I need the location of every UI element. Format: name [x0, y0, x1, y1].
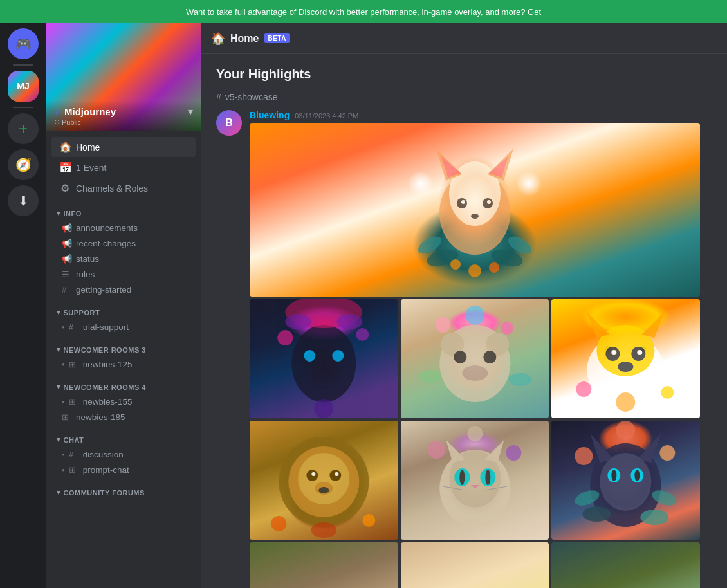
- svg-point-69: [485, 470, 490, 485]
- nav-events-label: 1 Event: [76, 163, 106, 173]
- channel-label: trial-support: [83, 322, 129, 332]
- nav-item-home[interactable]: 🏠 Home: [51, 137, 196, 157]
- download-apps-button[interactable]: ⬇: [8, 185, 39, 216]
- svg-point-25: [356, 328, 369, 341]
- image-bear[interactable]: [401, 299, 549, 418]
- section-label: INFO: [64, 210, 82, 217]
- channel-label: newbies-185: [76, 412, 125, 422]
- svg-point-87: [583, 506, 611, 522]
- channel-label: rules: [76, 270, 95, 279]
- main-content: 🏠 Home BETA Your Highlights # v5-showcas…: [201, 23, 727, 588]
- section-collapse-icon-3: ▾: [57, 345, 61, 354]
- channel-tag[interactable]: # v5-showcase: [216, 92, 712, 102]
- server-dropdown-button[interactable]: ▾: [188, 106, 193, 118]
- channel-label: newbies-125: [83, 360, 133, 369]
- image-grid-third-row: [250, 421, 700, 540]
- svg-point-19: [304, 350, 315, 362]
- svg-point-24: [277, 330, 293, 345]
- channel-label: getting-started: [76, 285, 131, 295]
- server-nav: 🏠 Home 📅 1 Event ⚙ Channels & Roles ▾ IN…: [46, 131, 201, 588]
- svg-point-31: [483, 351, 496, 363]
- image-grid-fourth-row: [250, 542, 700, 588]
- image-lion[interactable]: [250, 421, 398, 540]
- svg-point-82: [612, 470, 617, 481]
- image-panther[interactable]: [250, 299, 398, 418]
- channels-nav-icon: ⚙: [59, 182, 71, 194]
- section-header-chat[interactable]: ▾ CHAT: [46, 425, 201, 446]
- list-icon: ☰: [62, 270, 72, 279]
- channel-newbies-185[interactable]: ⊞ newbies-185: [51, 410, 196, 425]
- section-label-support: SUPPORT: [64, 309, 100, 317]
- top-banner: Want to take full advantage of Discord w…: [0, 0, 727, 23]
- bullet-icon-3: ●: [62, 399, 65, 405]
- explore-servers-button[interactable]: 🧭: [8, 149, 39, 180]
- section-header-community[interactable]: ▾ COMMUNITY FORUMS: [46, 478, 201, 499]
- section-header-support[interactable]: ▾ SUPPORT: [46, 298, 201, 319]
- channel-getting-started[interactable]: # getting-started: [51, 282, 196, 297]
- nav-item-events[interactable]: 📅 1 Event: [51, 158, 196, 178]
- svg-point-56: [335, 472, 338, 476]
- section-label-newcomer4: NEWCOMER ROOMS 4: [64, 383, 146, 391]
- avatar: B: [216, 110, 242, 136]
- channel-label: status: [76, 254, 99, 264]
- section-header-newcomer3[interactable]: ▾ NEWCOMER ROOMS 3: [46, 335, 201, 356]
- svg-point-10: [471, 214, 479, 219]
- hash-icon: #: [62, 285, 72, 295]
- message-header: Bluewing 03/11/2023 4:42 PM: [250, 110, 712, 120]
- image-row4-2[interactable]: [401, 542, 549, 588]
- midjourney-server-icon[interactable]: MJ: [8, 71, 39, 102]
- image-wolf[interactable]: [551, 421, 700, 540]
- channel-discussion[interactable]: ● # discussion: [51, 447, 196, 462]
- public-icon: ⊙: [54, 118, 60, 126]
- channel-rules[interactable]: ☰ rules: [51, 267, 196, 282]
- forum-hash-icon: ⊞: [69, 360, 79, 369]
- svg-point-37: [508, 373, 531, 386]
- forum-hash-icon-2: ⊞: [69, 397, 79, 407]
- svg-point-58: [318, 487, 329, 493]
- megaphone-icon-2: 📢: [62, 239, 72, 248]
- channel-newbies-125[interactable]: ● ⊞ newbies-125: [51, 357, 196, 372]
- channel-trial-support[interactable]: ● # trial-support: [51, 320, 196, 335]
- channel-prompt-chat[interactable]: ● ⊞ prompt-chat: [51, 463, 196, 477]
- image-fox[interactable]: [250, 123, 700, 297]
- verified-icon: ✓: [54, 107, 62, 117]
- add-server-button[interactable]: +: [8, 113, 39, 144]
- svg-point-18: [291, 325, 356, 402]
- nav-channels-label: Channels & Roles: [76, 183, 148, 194]
- svg-point-33: [435, 317, 450, 333]
- image-row4-1[interactable]: [250, 542, 398, 588]
- svg-point-45: [638, 350, 643, 355]
- megaphone-icon: 📢: [62, 223, 72, 233]
- megaphone-icon-3: 📢: [62, 254, 72, 264]
- nav-item-channels-roles[interactable]: ⚙ Channels & Roles: [51, 178, 196, 198]
- hash-tag-icon: #: [216, 92, 221, 102]
- highlights-title: Your Highlights: [216, 67, 712, 82]
- image-corgi[interactable]: [551, 299, 700, 418]
- svg-point-68: [459, 470, 465, 485]
- svg-point-26: [314, 399, 333, 418]
- message-timestamp: 03/11/2023 4:42 PM: [295, 112, 358, 120]
- svg-point-85: [660, 445, 676, 461]
- hash-icon-3: #: [69, 450, 79, 459]
- svg-point-15: [450, 259, 461, 270]
- svg-point-55: [311, 472, 315, 476]
- section-collapse-icon: ▾: [57, 209, 61, 217]
- bullet-icon-2: ●: [62, 362, 65, 367]
- image-row4-3[interactable]: [551, 542, 700, 588]
- svg-marker-40: [587, 312, 610, 338]
- section-header-newcomer4[interactable]: ▾ NEWCOMER ROOMS 4: [46, 372, 201, 394]
- discord-icon-button[interactable]: 🎮: [8, 28, 39, 59]
- channel-status[interactable]: 📢 status: [51, 252, 196, 266]
- channel-announcements[interactable]: 📢 announcements: [51, 221, 196, 235]
- section-collapse-icon-6: ▾: [57, 488, 61, 497]
- download-icon: ⬇: [18, 193, 29, 208]
- channel-header: 🏠 Home BETA: [201, 23, 727, 54]
- svg-point-35: [465, 306, 484, 325]
- compass-icon: 🧭: [15, 157, 32, 172]
- channel-recent-changes[interactable]: 📢 recent-changes: [51, 236, 196, 251]
- channel-newbies-155[interactable]: ● ⊞ newbies-155: [51, 394, 196, 409]
- section-header-info[interactable]: ▾ INFO: [46, 199, 201, 220]
- server-public-badge: ⊙ Public: [54, 118, 193, 126]
- main-layout: 🎮 MJ + 🧭 ⬇ ✓ Midjourney: [0, 23, 727, 588]
- image-cat[interactable]: [401, 421, 549, 540]
